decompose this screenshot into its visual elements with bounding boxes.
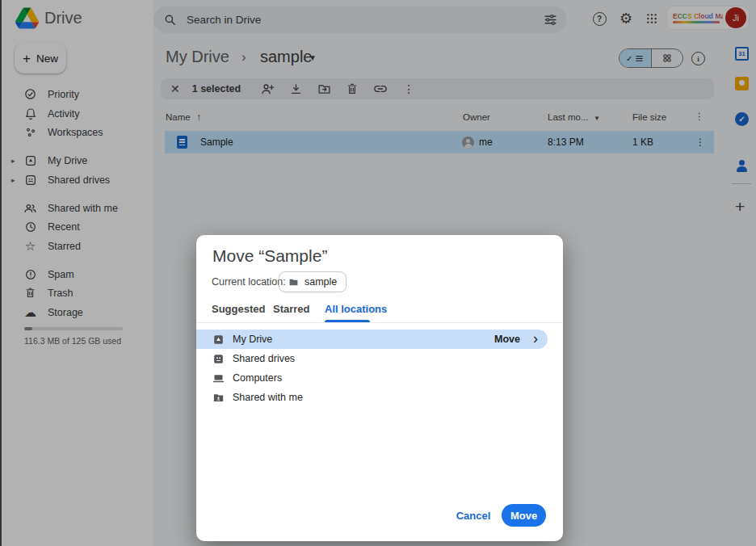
tab-starred[interactable]: Starred (273, 303, 310, 317)
current-location-label: Current location: (212, 276, 286, 288)
location-item-computers[interactable]: Computers (196, 368, 563, 388)
location-item-my-drive[interactable]: My Drive Move › (196, 330, 548, 349)
location-item-shared-with-me[interactable]: Shared with me (196, 388, 563, 407)
shared-folder-icon (212, 391, 225, 404)
tabs-divider (196, 322, 563, 323)
move-button[interactable]: Move (502, 504, 546, 527)
folder-icon (288, 277, 299, 288)
tab-all-locations[interactable]: All locations (325, 303, 387, 317)
google-drive-app: Drive ? ⚙ ECCS Cloud Mail Ji 31 ✓ + (0, 0, 756, 546)
my-drive-icon (212, 333, 225, 346)
location-item-shared-drives[interactable]: Shared drives (196, 349, 563, 368)
cancel-button[interactable]: Cancel (451, 504, 496, 527)
current-location-chip[interactable]: sample (279, 271, 346, 292)
dialog-title: Move “Sample” (212, 246, 327, 266)
tab-suggested[interactable]: Suggested (212, 303, 265, 317)
move-dialog: Move “Sample” Current location: sample S… (196, 235, 563, 541)
chevron-right-icon[interactable]: › (533, 331, 538, 347)
shared-drives-icon (212, 352, 225, 365)
computer-icon (212, 372, 225, 384)
row-move-action[interactable]: Move (494, 334, 520, 345)
